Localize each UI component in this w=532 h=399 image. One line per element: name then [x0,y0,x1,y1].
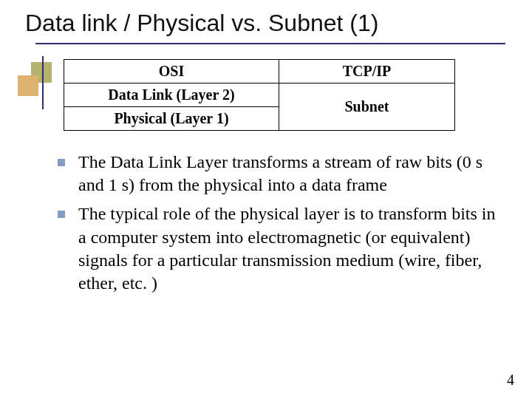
table-row: OSI TCP/IP [64,60,455,83]
table-row: Data Link (Layer 2) Subnet [64,83,455,107]
slide-title: Data link / Physical vs. Subnet (1) [21,7,511,36]
bullet-text: The typical role of the physical layer i… [78,202,505,295]
deco-square [18,75,38,96]
table-cell: Data Link (Layer 2) [64,83,279,107]
bullet-icon [58,159,65,166]
title-underline [35,43,505,44]
slide: Data link / Physical vs. Subnet (1) OSI … [0,0,532,399]
bullet-text: The Data Link Layer transforms a stream … [78,151,505,197]
deco-line [42,56,44,109]
list-item: The typical role of the physical layer i… [58,202,505,295]
bullet-list: The Data Link Layer transforms a stream … [58,151,505,301]
list-item: The Data Link Layer transforms a stream … [58,151,505,197]
bullet-icon [58,211,65,218]
table-cell: Subnet [279,83,454,131]
table-cell: Physical (Layer 1) [64,107,279,131]
table-header-tcpip: TCP/IP [279,60,454,83]
page-number: 4 [507,372,514,389]
comparison-table: OSI TCP/IP Data Link (Layer 2) Subnet Ph… [64,59,455,131]
table-header-osi: OSI [64,60,279,83]
decorative-squares [18,56,50,109]
